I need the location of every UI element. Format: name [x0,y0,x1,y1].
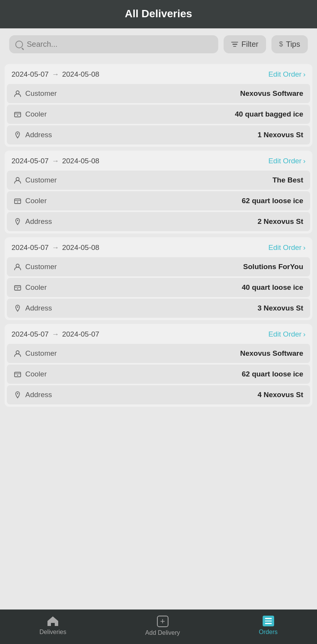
chevron-right-icon: › [303,157,306,165]
cooler-label: Cooler [14,283,47,292]
customer-row: Customer The Best [7,171,310,190]
edit-order-label: Edit Order [268,70,302,79]
svg-point-9 [17,220,18,221]
svg-rect-11 [15,286,21,290]
svg-rect-6 [15,199,21,204]
search-input[interactable] [27,40,212,49]
cooler-icon [14,284,21,291]
arrow-icon: → [52,70,59,79]
page-title: All Deliveries [0,8,317,20]
svg-point-10 [16,264,19,267]
nav-add-delivery-label: Add Delivery [145,629,180,636]
search-wrapper[interactable] [9,35,218,53]
cooler-row: Cooler 40 quart loose ice [7,278,310,297]
chevron-right-icon: › [303,330,306,338]
card-dates: 2024-05-07 → 2024-05-08 [11,70,99,79]
filter-label: Filter [241,40,258,49]
card-dates: 2024-05-07 → 2024-05-08 [11,243,99,252]
cooler-row: Cooler 62 quart loose ice [7,191,310,210]
customer-label: Customer [14,176,57,184]
svg-point-18 [17,375,18,376]
customer-label: Customer [14,263,57,271]
cooler-label: Cooler [14,370,47,378]
edit-order-button[interactable]: Edit Order › [268,330,306,338]
edit-order-button[interactable]: Edit Order › [268,243,306,252]
location-icon [14,131,21,139]
cooler-label: Cooler [14,197,47,205]
cooler-label: Cooler [14,110,47,118]
date-from: 2024-05-07 [11,243,49,252]
card-dates: 2024-05-07 → 2024-05-07 [11,330,99,338]
delivery-card-2: 2024-05-07 → 2024-05-08 Edit Order › Cus… [5,151,312,233]
nav-add-delivery[interactable]: + Add Delivery [145,616,180,636]
card-dates: 2024-05-07 → 2024-05-08 [11,157,99,165]
date-to: 2024-05-08 [62,243,99,252]
svg-point-19 [17,393,18,394]
customer-value: Nexovus Software [240,349,303,358]
person-icon [14,90,21,97]
address-row: Address 1 Nexovus St [7,125,310,145]
toolbar: Filter $ Tips [0,28,317,60]
card-header: 2024-05-07 → 2024-05-07 Edit Order › [5,324,312,344]
svg-rect-16 [15,372,21,377]
card-header: 2024-05-07 → 2024-05-08 Edit Order › [5,64,312,84]
address-label: Address [14,217,52,226]
deliveries-list: 2024-05-07 → 2024-05-08 Edit Order › Cus… [0,60,317,411]
plus-icon: + [157,616,168,627]
home-icon [47,616,59,626]
location-icon [14,218,21,225]
card-header: 2024-05-07 → 2024-05-08 Edit Order › [5,237,312,257]
edit-order-button[interactable]: Edit Order › [268,70,306,79]
app-header: All Deliveries [0,0,317,28]
date-from: 2024-05-07 [11,330,49,338]
filter-button[interactable]: Filter [224,35,266,53]
customer-value: Nexovus Software [240,89,303,98]
dollar-icon: $ [279,40,283,48]
address-value: 3 Nexovus St [258,304,303,312]
customer-row: Customer Nexovus Software [7,84,310,103]
cooler-icon [14,110,21,118]
customer-label: Customer [14,89,57,98]
person-icon [14,263,21,271]
customer-value: Solutions ForYou [243,263,303,271]
cooler-value: 40 quart loose ice [242,283,303,292]
edit-order-label: Edit Order [268,243,302,252]
svg-point-4 [17,133,18,135]
cooler-icon [14,197,21,205]
chevron-right-icon: › [303,70,306,79]
svg-point-14 [17,306,18,308]
svg-point-8 [17,202,18,203]
customer-row: Customer Nexovus Software [7,344,310,363]
cooler-value: 62 quart loose ice [242,370,303,378]
search-icon [15,41,23,48]
date-to: 2024-05-08 [62,157,99,165]
location-icon [14,304,21,312]
nav-orders-label: Orders [259,629,278,636]
address-label: Address [14,391,52,399]
date-from: 2024-05-07 [11,157,49,165]
delivery-card-3: 2024-05-07 → 2024-05-08 Edit Order › Cus… [5,237,312,320]
card-header: 2024-05-07 → 2024-05-08 Edit Order › [5,151,312,171]
edit-order-label: Edit Order [268,157,302,165]
address-label: Address [14,131,52,139]
delivery-card-4: 2024-05-07 → 2024-05-07 Edit Order › Cus… [5,324,312,407]
person-icon [14,350,21,357]
date-to: 2024-05-07 [62,330,99,338]
arrow-icon: → [52,243,59,252]
tips-button[interactable]: $ Tips [271,35,308,53]
customer-row: Customer Solutions ForYou [7,257,310,276]
nav-orders[interactable]: Orders [259,616,278,636]
cooler-row: Cooler 40 quart bagged ice [7,105,310,124]
date-to: 2024-05-08 [62,70,99,79]
arrow-icon: → [52,157,59,165]
edit-order-button[interactable]: Edit Order › [268,157,306,165]
orders-icon [263,616,274,626]
svg-point-0 [16,91,19,94]
svg-point-3 [17,115,18,116]
nav-deliveries[interactable]: Deliveries [39,616,66,636]
cooler-icon [14,370,21,378]
svg-point-15 [16,351,19,354]
bottom-nav: Deliveries + Add Delivery Orders [0,610,317,644]
cooler-row: Cooler 62 quart loose ice [7,365,310,384]
svg-point-5 [16,177,19,181]
